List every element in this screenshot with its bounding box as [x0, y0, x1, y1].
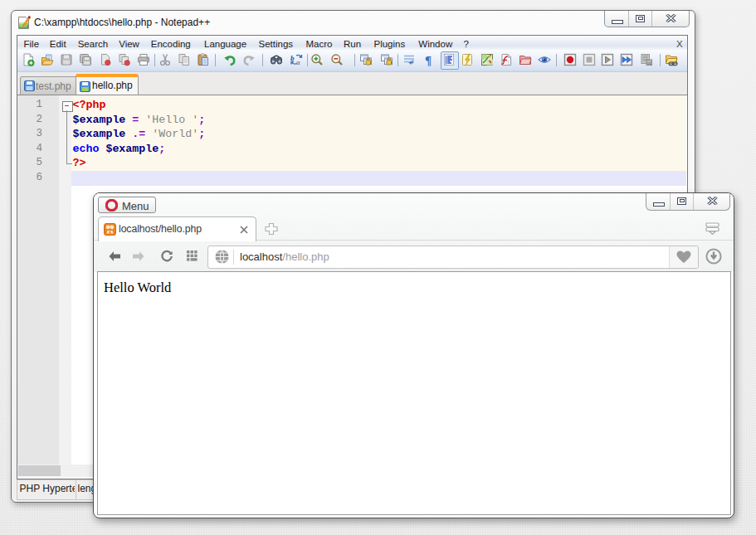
svg-text:{}: {} — [507, 60, 512, 66]
svg-text:¶: ¶ — [425, 54, 432, 66]
svg-text:a: a — [296, 58, 300, 66]
svg-text:b: b — [290, 54, 295, 62]
svg-text:uc: uc — [647, 61, 652, 66]
